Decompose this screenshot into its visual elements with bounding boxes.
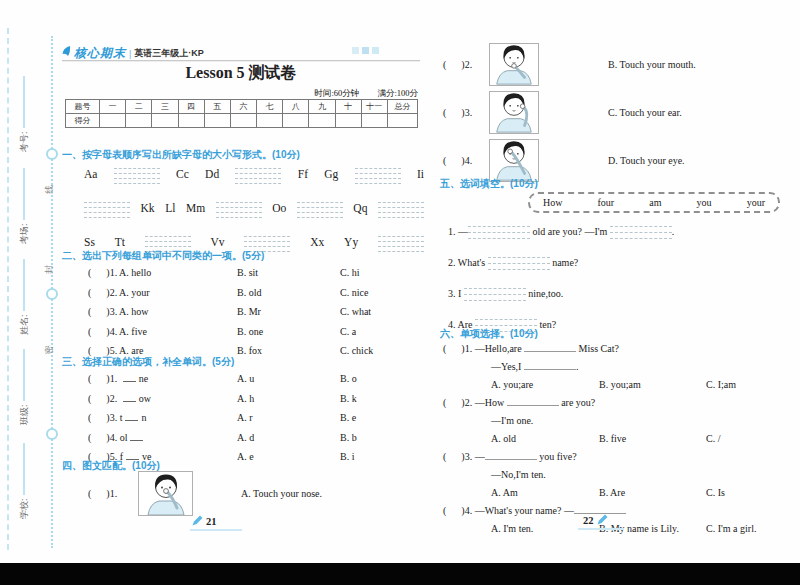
score-table-cell: 二 — [126, 100, 152, 114]
word-bank-word: you — [697, 197, 712, 208]
score-table-cell — [388, 114, 418, 128]
brand-name: 核心期末 — [74, 45, 126, 62]
right-page-underline — [578, 528, 624, 530]
response-line: —I'm one. — [491, 412, 791, 430]
score-table-cell — [257, 114, 283, 128]
option-c: C. hi — [340, 267, 420, 278]
boy-illustration — [138, 471, 193, 516]
option-c: C. I;am — [706, 376, 791, 394]
boy-illustration — [489, 91, 539, 134]
score-table-cell: 五 — [204, 100, 230, 114]
corner-marker-squares — [352, 47, 379, 54]
letter-pair: Kk — [141, 202, 155, 214]
letter-pair: Qq — [353, 202, 367, 214]
alphabet-row: KkLlMmOoQq — [84, 195, 424, 220]
question-line: ( )1. —Hello,are Miss Cat? — [443, 340, 791, 358]
letter-pair: Ll — [165, 202, 175, 214]
score-table-cell: 六 — [230, 100, 256, 114]
letter-pair: Vv — [211, 236, 225, 248]
option-a: ( )4. A. five — [88, 326, 237, 337]
score-table-cell — [230, 114, 256, 128]
boy-ear-drawing — [490, 91, 538, 133]
option-b: B. sit — [237, 267, 340, 278]
option-a: ( )2. A. your — [88, 287, 237, 298]
question-line: ( )3. — you five? — [443, 448, 791, 466]
letter-writing-blank — [297, 198, 343, 218]
writing-blank — [488, 252, 550, 270]
test-paper-scan: 考号:考场:姓名:班级:学校:线封密 核心期末 | 英语三年级上·KP Less… — [0, 0, 800, 585]
section3-items: ( )1. neA. uB. o( )2. owA. hB. k( )3. tn… — [88, 369, 420, 467]
seal-line-circle — [46, 148, 58, 160]
letter-pair: Tt — [115, 236, 125, 248]
answer-blank — [524, 342, 576, 352]
boy-eye-drawing — [490, 139, 538, 181]
option-c: C. I'm a girl. — [706, 520, 791, 538]
letter-pair: Aa — [84, 168, 97, 180]
word-with-blank: ( )1. ne — [88, 373, 237, 384]
option-b: B. i — [340, 451, 420, 462]
letter-pair: Cc — [176, 168, 189, 180]
question-line: ( )4. —What's your name? — — [443, 502, 791, 520]
score-table-cell: 得分 — [66, 114, 100, 128]
word-category-item: ( )1. A. helloB. sitC. hi — [88, 263, 420, 283]
brand-edition: 英语三年级上·KP — [134, 47, 204, 60]
section2-items: ( )1. A. helloB. sitC. hi( )2. A. yourB.… — [88, 263, 420, 361]
answer-blank — [485, 450, 537, 460]
score-table-cell — [283, 114, 309, 128]
score-table-cell — [309, 114, 335, 128]
score-table-cell — [361, 114, 387, 128]
matching-answer: C. Touch your ear. — [608, 107, 682, 118]
score-table-score-row: 得分 — [66, 114, 418, 128]
option-c: C. Is — [706, 484, 791, 502]
response-line: —No,I'm ten. — [491, 466, 791, 484]
option-b: B. e — [340, 412, 420, 423]
word-bank-word: am — [649, 197, 661, 208]
sidebar-field: 考场: — [17, 140, 31, 244]
word-category-item: ( )3. A. howB. MrC. what — [88, 302, 420, 322]
word-bank-box: Howfouramyouyour — [528, 192, 780, 213]
score-table-cell — [204, 114, 230, 128]
option-a: ( )3. A. how — [88, 306, 237, 317]
seal-line-circle — [46, 428, 58, 440]
letter-pair: Xx — [310, 236, 324, 248]
letter-writing-blank — [235, 164, 281, 184]
option-b: B. Mr — [237, 306, 340, 317]
letter-writing-blank — [355, 164, 401, 184]
section5-heading: 五、选词填空。(10分) — [440, 177, 538, 191]
sidebar-field: 班级: — [17, 321, 31, 425]
marker-square — [352, 47, 359, 54]
marker-square — [372, 47, 379, 54]
seal-line-character: 密 — [43, 345, 56, 354]
option-c: C. / — [706, 430, 791, 448]
writing-blank — [610, 221, 672, 239]
letter-writing-blank — [84, 198, 130, 218]
option-b: B. o — [340, 373, 420, 384]
left-page-number: 21 — [206, 516, 217, 527]
option-a: A. old — [491, 430, 599, 448]
score-table-cell — [100, 114, 126, 128]
choice-item-1: ( )1. —Hello,are Miss Cat?—Yes,I .A. you… — [443, 340, 791, 394]
options-row: A. oldB. fiveC. / — [491, 430, 791, 448]
letter-pair: Gg — [324, 168, 338, 180]
option-a: A. Am — [491, 484, 599, 502]
score-table-cell: 九 — [309, 100, 335, 114]
letter-pair: Ss — [84, 236, 95, 248]
option-a: ( )1. A. hello — [88, 267, 237, 278]
options-row: A. I'm ten.B. My name is Lily.C. I'm a g… — [491, 520, 791, 538]
answer-blank — [574, 504, 626, 514]
time-label: 时间:60分钟 — [314, 88, 359, 98]
option-b: B. one — [237, 326, 340, 337]
sidebar-field-line — [23, 349, 25, 401]
sidebar-field-line — [23, 259, 25, 311]
option-b: B. b — [340, 432, 420, 443]
word-completion-item: ( )3. tnA. rB. e — [88, 408, 420, 428]
letter-pair: Ii — [417, 168, 424, 180]
word-with-blank: ( )4. ol — [88, 432, 237, 443]
word-bank-word: How — [543, 197, 562, 208]
option-c: C. a — [340, 326, 420, 337]
seal-line-circle — [46, 288, 58, 300]
option-b: B. k — [340, 393, 420, 404]
right-page-footer: 22 — [583, 514, 608, 527]
score-table-cell: 三 — [152, 100, 178, 114]
missing-letter-blank — [123, 373, 136, 382]
